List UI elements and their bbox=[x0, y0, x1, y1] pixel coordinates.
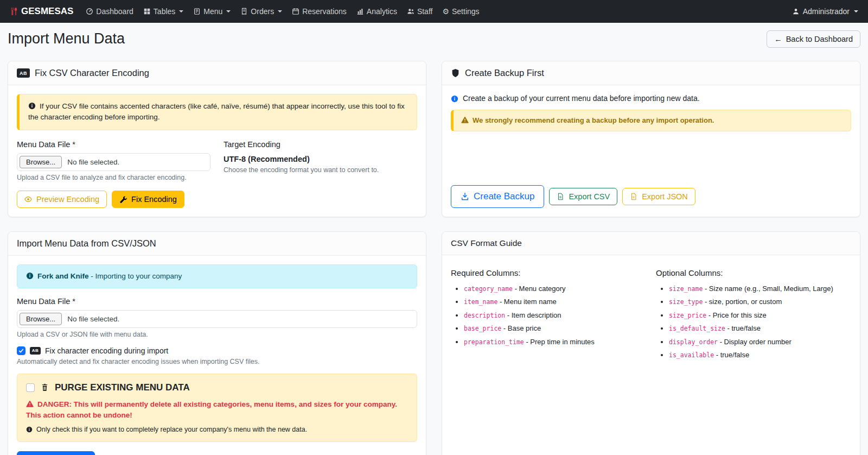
import-card-header: Import Menu Data from CSV/JSON bbox=[8, 232, 426, 256]
purge-title: PURGE EXISTING MENU DATA bbox=[55, 382, 190, 393]
top-navbar: GESMESAS Dashboard Tables Menu Orders Re… bbox=[0, 0, 868, 23]
column-desc: - Display order number bbox=[718, 338, 792, 346]
purge-note-label: Only check this if you want to completel… bbox=[36, 426, 307, 433]
fix-encoding-card-title: Fix CSV Character Encoding bbox=[35, 68, 149, 78]
format-guide-card-title: CSV Format Guide bbox=[451, 238, 522, 248]
warning-triangle-icon bbox=[461, 116, 469, 124]
column-code: display_order bbox=[669, 338, 718, 346]
nav-label: Staff bbox=[417, 7, 433, 16]
nav-label: Tables bbox=[154, 7, 175, 16]
nav-item-reservations[interactable]: Reservations bbox=[287, 7, 352, 16]
file-json-icon bbox=[630, 193, 637, 200]
info-circle-icon bbox=[26, 426, 33, 433]
import-menu-data-button[interactable]: Import Menu Data bbox=[17, 451, 95, 455]
column-desc: - Base price bbox=[501, 324, 541, 332]
trash-icon bbox=[41, 383, 49, 391]
column-desc: - Prep time in minutes bbox=[524, 338, 595, 346]
backup-info-text: Create a backup of your current menu dat… bbox=[463, 94, 700, 103]
brand-logo[interactable]: GESMESAS bbox=[10, 6, 73, 17]
purge-danger-text: DANGER: This will permanently delete all… bbox=[26, 399, 408, 421]
fix-encoding-checkbox[interactable] bbox=[17, 346, 25, 355]
nav-item-orders[interactable]: Orders bbox=[235, 7, 287, 16]
list-item: item_name - Menu item name bbox=[464, 297, 646, 307]
required-columns-list: category_name - Menu category item_name … bbox=[451, 284, 646, 347]
download-icon bbox=[461, 192, 469, 201]
main-content: AB Fix CSV Character Encoding If your CS… bbox=[0, 51, 868, 455]
import-card-title: Import Menu Data from CSV/JSON bbox=[17, 238, 156, 249]
required-columns-section: Required Columns: category_name - Menu c… bbox=[451, 264, 646, 364]
purge-checkbox[interactable] bbox=[26, 383, 35, 392]
export-csv-button[interactable]: Export CSV bbox=[549, 188, 617, 205]
target-encoding-column: Target Encoding UTF-8 (Recommended) Choo… bbox=[224, 140, 417, 181]
company-name: Fork and Knife bbox=[37, 272, 89, 280]
nav-item-dashboard[interactable]: Dashboard bbox=[81, 7, 138, 16]
list-item: size_price - Price for this size bbox=[669, 311, 851, 320]
column-code: preparation_time bbox=[464, 338, 524, 346]
eye-icon bbox=[24, 195, 32, 203]
export-json-button[interactable]: Export JSON bbox=[622, 188, 695, 205]
fix-encoding-label: Fix Encoding bbox=[131, 195, 177, 204]
list-item: base_price - Base price bbox=[464, 324, 646, 333]
import-card-body: Fork and Knife - Importing to your compa… bbox=[8, 256, 426, 455]
fix-encoding-button[interactable]: Fix Encoding bbox=[112, 191, 184, 208]
info-circle-icon bbox=[26, 272, 34, 280]
column-code: category_name bbox=[464, 285, 513, 293]
encoding-warning-text: If your CSV file contains accented chara… bbox=[28, 102, 405, 121]
brand-text: GESMESAS bbox=[21, 6, 73, 17]
create-backup-button[interactable]: Create Backup bbox=[451, 185, 544, 208]
preview-encoding-button[interactable]: Preview Encoding bbox=[17, 191, 107, 208]
backup-info-line: Create a backup of your current menu dat… bbox=[451, 94, 851, 103]
chevron-down-icon bbox=[179, 10, 183, 12]
list-item: is_default_size - true/false bbox=[669, 324, 851, 333]
column-desc: - Size name (e.g., Small, Medium, Large) bbox=[703, 285, 833, 293]
optional-columns-list: size_name - Size name (e.g., Small, Medi… bbox=[656, 284, 851, 360]
browse-button[interactable]: Browse... bbox=[20, 156, 62, 168]
fix-encoding-checkbox-row: AB Fix character encoding during import bbox=[17, 346, 417, 355]
nav-item-analytics[interactable]: Analytics bbox=[352, 7, 402, 16]
optional-columns-section: Optional Columns: size_name - Size name … bbox=[656, 264, 851, 364]
column-desc: - Menu item name bbox=[497, 298, 556, 306]
encoding-file-input[interactable]: Browse... No file selected. bbox=[17, 153, 210, 171]
backup-card-header: Create Backup First bbox=[442, 61, 860, 85]
encoding-icon: AB bbox=[17, 68, 30, 78]
column-desc: - size, portion, or custom bbox=[703, 298, 782, 306]
target-encoding-help: Choose the encoding format you want to c… bbox=[224, 166, 417, 174]
export-csv-label: Export CSV bbox=[569, 192, 610, 201]
column-desc: - Menu category bbox=[513, 285, 566, 293]
back-to-dashboard-button[interactable]: ← Back to Dashboard bbox=[767, 30, 860, 48]
list-item: description - Item description bbox=[464, 311, 646, 320]
column-code: size_name bbox=[669, 285, 703, 293]
column-code: description bbox=[464, 312, 505, 319]
nav-item-settings[interactable]: ⚙ Settings bbox=[437, 7, 484, 16]
format-guide-card-header: CSV Format Guide bbox=[442, 232, 860, 255]
user-menu[interactable]: Administrador bbox=[792, 7, 858, 16]
create-backup-label: Create Backup bbox=[474, 191, 534, 202]
file-input-value: No file selected. bbox=[67, 315, 119, 323]
gear-icon: ⚙ bbox=[442, 8, 449, 15]
nav-item-menu[interactable]: Menu bbox=[188, 7, 235, 16]
import-file-input[interactable]: Browse... No file selected. bbox=[17, 310, 417, 328]
file-input-help: Upload a CSV file to analyze and fix cha… bbox=[17, 174, 210, 181]
back-button-label: Back to Dashboard bbox=[786, 35, 853, 43]
warning-triangle-icon bbox=[26, 400, 34, 408]
nav-item-staff[interactable]: Staff bbox=[402, 7, 438, 16]
list-item: display_order - Display order number bbox=[669, 337, 851, 347]
bar-chart-icon bbox=[356, 8, 364, 15]
fix-encoding-card-header: AB Fix CSV Character Encoding bbox=[8, 61, 426, 85]
column-code: is_default_size bbox=[669, 325, 725, 332]
column-code: size_price bbox=[669, 312, 706, 319]
browse-button[interactable]: Browse... bbox=[20, 313, 62, 325]
optional-columns-title: Optional Columns: bbox=[656, 268, 851, 277]
encoding-icon: AB bbox=[30, 347, 41, 355]
shield-icon bbox=[451, 68, 460, 78]
import-file-help: Upload a CSV or JSON file with menu data… bbox=[17, 331, 417, 338]
nav-label: Orders bbox=[251, 7, 274, 16]
backup-card-title: Create Backup First bbox=[465, 68, 544, 78]
file-input-column: Menu Data File * Browse... No file selec… bbox=[17, 140, 210, 181]
speedometer-icon bbox=[86, 8, 93, 15]
import-submit-row: Import Menu Data bbox=[17, 451, 417, 455]
file-spreadsheet-icon bbox=[557, 193, 564, 200]
nav-item-tables[interactable]: Tables bbox=[138, 7, 188, 16]
file-input-value: No file selected. bbox=[67, 158, 119, 166]
guide-columns: Required Columns: category_name - Menu c… bbox=[451, 264, 851, 364]
